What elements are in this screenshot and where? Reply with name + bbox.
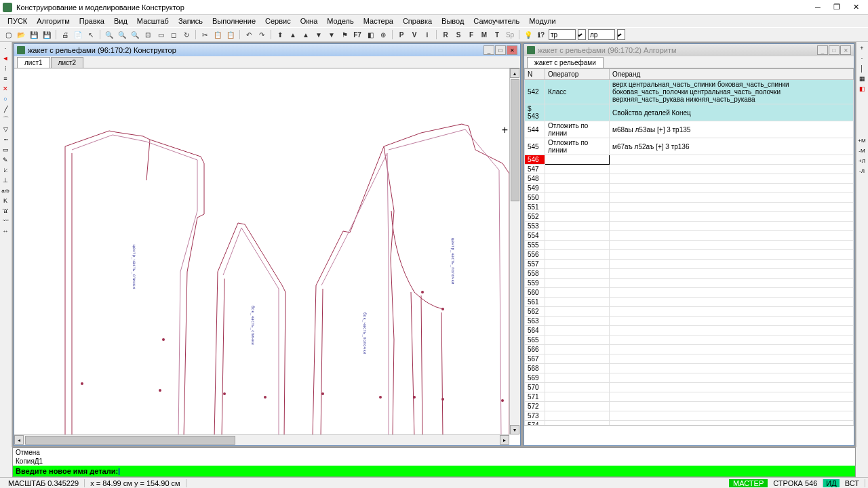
algo-row[interactable]: 547 [525, 165, 854, 174]
tool-edit-icon[interactable]: ✎ [0, 155, 11, 165]
flag-icon[interactable]: ⚑ [339, 29, 350, 40]
win-close-icon[interactable]: ✕ [507, 45, 517, 55]
printer-icon[interactable]: 📄 [73, 29, 83, 40]
tool-k-icon[interactable]: K [0, 196, 11, 205]
tool-dashed-icon[interactable]: ┅ [0, 135, 11, 144]
copy-icon[interactable]: 📋 [212, 29, 223, 40]
algo-row[interactable]: 554 [525, 231, 854, 241]
algo-row[interactable]: 563 [525, 317, 854, 326]
algo-row[interactable]: 556 [525, 250, 854, 260]
algo-row[interactable]: 550 [525, 193, 854, 203]
print-icon[interactable]: 🖨 [60, 29, 71, 40]
tri-solid-icon[interactable]: ▲ [300, 29, 311, 40]
menu-масштаб[interactable]: Масштаб [132, 16, 174, 26]
tool-rect-icon[interactable]: ▭ [0, 145, 11, 155]
up-arrow-icon[interactable]: ⬆ [275, 29, 285, 40]
win-min-icon[interactable]: _ [484, 45, 494, 55]
cut-icon[interactable]: ✂ [199, 29, 210, 40]
algo-row[interactable]: 564 [525, 326, 854, 336]
win-min-icon[interactable]: _ [817, 45, 828, 55]
rtool-n2-icon[interactable]: -Л [856, 166, 867, 176]
algo-row[interactable]: 574 [525, 421, 854, 426]
menu-сервис[interactable]: Сервис [260, 16, 296, 26]
algo-row[interactable]: 542Классверх центральная_часть_спинки бо… [525, 80, 854, 104]
algo-row[interactable]: 562 [525, 307, 854, 317]
tool-red-arrow-icon[interactable]: ◄ [0, 54, 11, 63]
s-button[interactable]: S [453, 29, 464, 40]
zoom-tool-icon[interactable]: 🔍 [117, 29, 127, 40]
sp-button[interactable]: Sp [505, 29, 515, 40]
scroll-up-icon[interactable]: ▴ [510, 68, 519, 78]
algo-row[interactable]: 553 [525, 222, 854, 231]
tool-arb-icon[interactable]: arb [0, 186, 11, 195]
rtool-grid-icon[interactable]: ▦ [856, 74, 867, 83]
algo-row[interactable]: 559 [525, 279, 854, 288]
command-prompt[interactable]: Введите новое имя детали:| [13, 466, 855, 476]
menu-модель[interactable]: Модель [322, 16, 358, 26]
algo-row[interactable]: 571 [525, 392, 854, 402]
i-button[interactable]: i [422, 29, 433, 40]
tool-point-icon[interactable]: · [0, 43, 11, 53]
vscrollbar[interactable]: ▴ ▾ [509, 68, 520, 434]
algorithm-input-area[interactable] [524, 425, 854, 445]
scroll-right-icon[interactable]: ▸ [500, 435, 509, 445]
zoom-area-icon[interactable]: ◻ [168, 29, 179, 40]
context-help-icon[interactable]: ℹ? [536, 29, 547, 40]
r-button[interactable]: R [440, 29, 451, 40]
save-icon[interactable]: 💾 [28, 29, 39, 40]
algo-row[interactable]: 573 [525, 411, 854, 421]
tri-up-icon[interactable]: ▲ [288, 29, 298, 40]
minimize-button[interactable]: ─ [808, 1, 827, 14]
rtool-m2-icon[interactable]: -M [856, 146, 867, 155]
menu-вид[interactable]: Вид [109, 16, 132, 26]
algo-row[interactable]: 548 [525, 174, 854, 184]
new-icon[interactable]: ▢ [3, 29, 14, 40]
hscroll-thumb[interactable] [25, 436, 235, 445]
menu-правка[interactable]: Правка [75, 16, 109, 26]
algorithm-titlebar[interactable]: жакет с рельефами (96:170:2) Алгоритм _ … [524, 44, 854, 56]
tool-a-icon[interactable]: 'a' [0, 206, 11, 216]
menu-пуск[interactable]: ПУСК [3, 16, 32, 26]
redo-icon[interactable]: ↷ [256, 29, 267, 40]
tab-algo[interactable]: жакет с рельефами [527, 57, 604, 68]
algo-row[interactable]: 569 [525, 373, 854, 383]
algo-row[interactable]: 557 [525, 260, 854, 269]
toolbar-input-1[interactable] [549, 29, 576, 40]
v-button[interactable]: V [409, 29, 420, 40]
constructor-titlebar[interactable]: жакет с рельефами (96:170:2) Конструктор… [14, 44, 520, 56]
menu-окна[interactable]: Окна [296, 16, 323, 26]
menu-выполнение[interactable]: Выполнение [208, 16, 260, 26]
menu-справка[interactable]: Справка [398, 16, 437, 26]
tool-perp-icon[interactable]: ⊥ [0, 176, 11, 185]
target-icon[interactable]: ⊕ [378, 29, 389, 40]
close-button[interactable]: ✕ [846, 1, 865, 14]
zoom-window-icon[interactable]: ▭ [155, 29, 166, 40]
tri-down-icon[interactable]: ▼ [313, 29, 324, 40]
vscroll-thumb[interactable] [511, 79, 519, 201]
m-button[interactable]: M [479, 29, 490, 40]
tab-sheet2[interactable]: лист2 [51, 57, 84, 68]
open-icon[interactable]: 📂 [16, 29, 26, 40]
menu-самоучитель[interactable]: Самоучитель [469, 16, 524, 26]
scroll-left-icon[interactable]: ◂ [14, 435, 24, 445]
tab-sheet1[interactable]: лист1 [17, 57, 50, 68]
win-max-icon[interactable]: □ [829, 45, 840, 55]
algo-row[interactable]: 570 [525, 383, 854, 392]
col-n[interactable]: N [525, 69, 545, 80]
algo-row[interactable]: 546 [525, 155, 854, 165]
f-button[interactable]: F [466, 29, 477, 40]
hscrollbar[interactable]: ◂ ▸ [14, 434, 509, 445]
algo-row[interactable]: 565 [525, 336, 854, 345]
zoom-fit-icon[interactable]: ⊡ [142, 29, 153, 40]
saveall-icon[interactable]: 💾 [41, 29, 52, 40]
algo-row[interactable]: 545Отложить по линиим67аъ л52аъ [+] 3 тр… [525, 138, 854, 155]
zoom-in-icon[interactable]: 🔍 [104, 29, 115, 40]
f7-button[interactable]: F7 [352, 29, 363, 40]
algo-row[interactable]: 567 [525, 354, 854, 364]
menu-вывод[interactable]: Вывод [437, 16, 469, 26]
rtool-plus-icon[interactable]: + [856, 43, 867, 53]
refresh-icon[interactable]: ↻ [181, 29, 192, 40]
algo-row[interactable]: 555 [525, 241, 854, 250]
algo-row[interactable]: 549 [525, 184, 854, 193]
fill-icon[interactable]: ◧ [365, 29, 376, 40]
